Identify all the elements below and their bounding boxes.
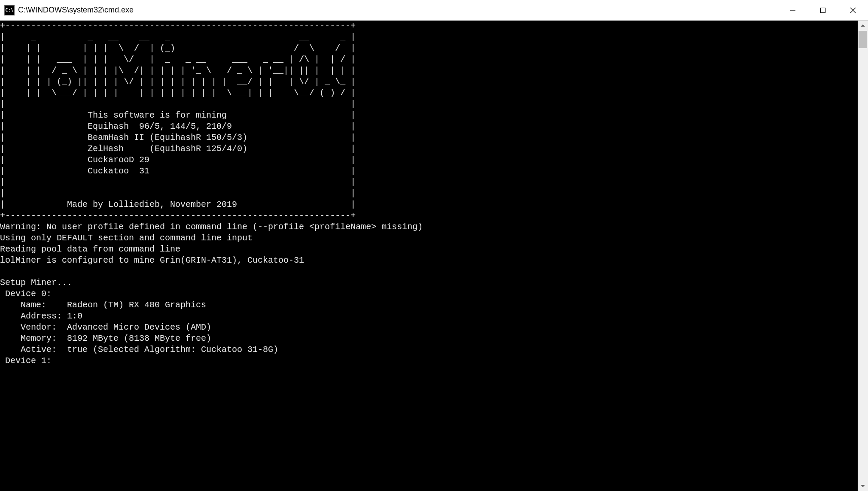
vertical-scrollbar[interactable] — [858, 21, 868, 491]
scroll-down-button[interactable] — [858, 481, 868, 491]
cmd-icon: C:\ — [4, 5, 15, 15]
window-title: C:\WINDOWS\system32\cmd.exe — [18, 6, 134, 15]
scroll-thumb[interactable] — [859, 31, 867, 48]
minimize-button[interactable] — [778, 0, 808, 20]
close-button[interactable] — [838, 0, 868, 20]
terminal-output[interactable]: +---------------------------------------… — [0, 21, 858, 491]
window-controls — [778, 0, 868, 20]
titlebar[interactable]: C:\ C:\WINDOWS\system32\cmd.exe — [0, 0, 868, 21]
maximize-button[interactable] — [808, 0, 838, 20]
scroll-up-button[interactable] — [858, 21, 868, 31]
svg-rect-1 — [821, 8, 825, 12]
scroll-track[interactable] — [858, 31, 868, 481]
terminal-container: +---------------------------------------… — [0, 21, 868, 491]
